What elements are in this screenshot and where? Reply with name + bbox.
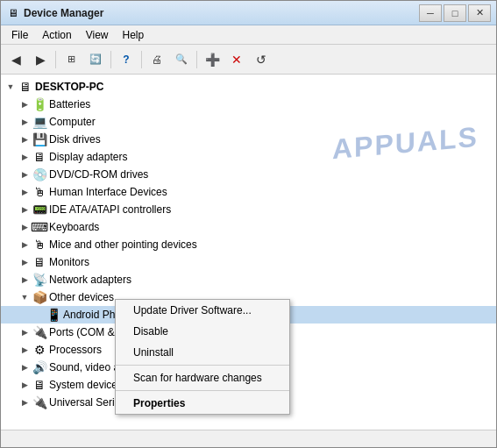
ide-icon: 📟 <box>32 203 46 217</box>
sound-icon: 🔊 <box>32 360 46 374</box>
back-button[interactable]: ◀ <box>4 49 27 70</box>
root-label: DESKTOP-PC <box>35 81 103 93</box>
tree-item[interactable]: ▶ 📟 IDE ATA/ATAPI controllers <box>1 201 496 218</box>
forward-button[interactable]: ▶ <box>29 49 52 70</box>
refresh-button[interactable]: ↺ <box>250 49 273 70</box>
root-icon: 🖥 <box>18 80 32 94</box>
tree-item-label: Batteries <box>49 98 90 110</box>
expand-icon[interactable]: ▶ <box>18 361 31 373</box>
expand-icon[interactable]: ▶ <box>18 133 31 146</box>
tree-item-label: Other devices <box>49 291 114 303</box>
tree-item-label: Display adapters <box>49 151 127 163</box>
toolbar-separator-4 <box>196 51 197 68</box>
tree-item-label: DVD/CD-ROM drives <box>49 168 148 181</box>
expand-icon[interactable]: ▶ <box>18 256 31 268</box>
network-icon: 📡 <box>32 273 46 287</box>
tree-item-label: Processors <box>49 344 102 356</box>
tree-item-label: Network adapters <box>49 274 131 286</box>
expand-icon[interactable]: ▶ <box>18 221 31 233</box>
expand-icon[interactable]: ▶ <box>18 396 31 409</box>
ports-icon: 🔌 <box>32 325 46 339</box>
window-icon: 🖥 <box>6 6 20 20</box>
help-button[interactable]: ? <box>115 49 138 70</box>
disk-icon: 💾 <box>32 132 46 146</box>
title-bar: 🖥 Device Manager ─ □ ✕ <box>1 1 496 25</box>
minimize-button[interactable]: ─ <box>419 4 442 22</box>
root-expand-icon[interactable]: ▼ <box>4 81 17 93</box>
other-devices-icon: 📦 <box>32 290 46 304</box>
maximize-button[interactable]: □ <box>444 4 466 22</box>
toolbar-separator-2 <box>110 51 111 68</box>
tree-item[interactable]: ▶ ⌨ Keyboards <box>1 218 496 236</box>
menu-bar: File Action View Help <box>1 25 496 45</box>
expand-icon[interactable]: ▶ <box>18 238 31 251</box>
expand-icon[interactable]: ▶ <box>18 186 31 198</box>
display-icon: 🖥 <box>32 150 46 164</box>
tree-item-label: Mice and other pointing devices <box>49 238 197 251</box>
ctx-uninstall[interactable]: Uninstall <box>116 342 289 363</box>
expand-icon[interactable]: ▶ <box>18 168 31 181</box>
toolbar-separator-3 <box>141 51 142 68</box>
expand-icon[interactable]: ▶ <box>18 274 31 286</box>
processor-icon: ⚙ <box>32 343 46 357</box>
tree-item[interactable]: ▶ 🖥 Display adapters <box>1 148 496 166</box>
menu-action[interactable]: Action <box>35 27 78 43</box>
tree-item[interactable]: ▶ 💻 Computer <box>1 113 496 131</box>
window-controls: ─ □ ✕ <box>419 4 491 22</box>
search-button[interactable]: 🔍 <box>170 49 193 70</box>
menu-view[interactable]: View <box>79 27 116 43</box>
status-bar <box>1 430 496 447</box>
add-button[interactable]: ➕ <box>201 49 224 70</box>
tree-item-label: Monitors <box>49 256 89 268</box>
menu-file[interactable]: File <box>4 27 35 43</box>
ctx-disable[interactable]: Disable <box>116 321 289 342</box>
remove-button[interactable]: ✕ <box>225 49 248 70</box>
tree-item[interactable]: ▶ 📡 Network adapters <box>1 271 496 288</box>
tree-item-label: Keyboards <box>49 221 99 233</box>
android-phone-icon: 📱 <box>46 308 60 322</box>
ctx-scan-hardware[interactable]: Scan for hardware changes <box>116 367 289 388</box>
menu-help[interactable]: Help <box>116 27 152 43</box>
content-area: ▼ 🖥 DESKTOP-PC ▶ 🔋 Batteries ▶ 💻 Compute… <box>1 75 496 430</box>
tree-item[interactable]: ▶ 🖱 Human Interface Devices <box>1 183 496 201</box>
dvd-icon: 💿 <box>32 167 46 181</box>
tree-item[interactable]: ▶ 🔋 Batteries <box>1 96 496 113</box>
tree-item-label: System devices <box>49 379 123 391</box>
computer-icon: 💻 <box>32 115 46 129</box>
monitor-icon: 🖥 <box>32 255 46 269</box>
device-manager-window: 🖥 Device Manager ─ □ ✕ File Action View … <box>0 0 497 448</box>
mouse-icon: 🖱 <box>32 238 46 252</box>
expand-icon[interactable]: ▶ <box>32 309 45 321</box>
update-driver-button[interactable]: 🔄 <box>84 49 107 70</box>
expand-icon[interactable]: ▶ <box>18 344 31 356</box>
expand-icon[interactable]: ▶ <box>18 151 31 163</box>
tree-item-label: Disk drives <box>49 133 101 146</box>
usb-icon: 🔌 <box>32 395 46 409</box>
expand-icon[interactable]: ▼ <box>18 291 31 303</box>
properties-button[interactable]: ⊞ <box>60 49 82 70</box>
ctx-update-driver[interactable]: Update Driver Software... <box>116 300 289 321</box>
expand-icon[interactable]: ▶ <box>18 203 31 216</box>
ctx-divider-2 <box>116 390 289 391</box>
toolbar: ◀ ▶ ⊞ 🔄 ? 🖨 🔍 ➕ ✕ ↺ <box>1 45 496 75</box>
expand-icon[interactable]: ▶ <box>18 379 31 391</box>
tree-item[interactable]: ▶ 💾 Disk drives <box>1 131 496 148</box>
expand-icon[interactable]: ▶ <box>18 116 31 128</box>
tree-root[interactable]: ▼ 🖥 DESKTOP-PC <box>1 78 496 96</box>
expand-icon[interactable]: ▶ <box>18 98 31 110</box>
toolbar-separator-1 <box>55 51 56 68</box>
hid-icon: 🖱 <box>32 185 46 199</box>
tree-item-label: Computer <box>49 116 96 128</box>
tree-item[interactable]: ▶ 💿 DVD/CD-ROM drives <box>1 166 496 183</box>
system-icon: 🖥 <box>32 378 46 392</box>
print-button[interactable]: 🖨 <box>146 49 168 70</box>
context-menu: Update Driver Software... Disable Uninst… <box>115 299 290 415</box>
close-button[interactable]: ✕ <box>468 4 491 22</box>
tree-item[interactable]: ▶ 🖥 Monitors <box>1 253 496 271</box>
ctx-properties[interactable]: Properties <box>116 393 289 414</box>
expand-icon[interactable]: ▶ <box>18 326 31 338</box>
tree-item-label: IDE ATA/ATAPI controllers <box>49 203 171 216</box>
window-title: Device Manager <box>24 7 419 19</box>
tree-item[interactable]: ▶ 🖱 Mice and other pointing devices <box>1 236 496 253</box>
batteries-icon: 🔋 <box>32 97 46 111</box>
